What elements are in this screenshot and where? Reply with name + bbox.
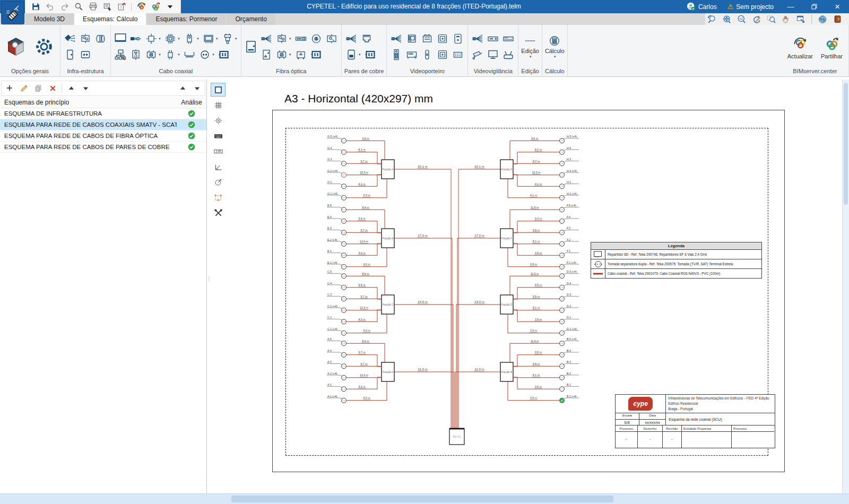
save-button[interactable] [29,1,42,13]
fiber-cabinet-button[interactable] [244,40,258,54]
copper-device-button[interactable]: ▼ [344,48,362,61]
calculation-menu[interactable]: Cálculo▼ [545,26,565,67]
vertical-scrollbar-thumb[interactable] [844,83,848,205]
zoom-extents-button[interactable] [720,14,733,24]
rj45-socket-button[interactable] [360,32,374,45]
intercom-monitor-button[interactable] [405,32,419,45]
restore-button[interactable] [802,0,826,13]
keypad-button[interactable] [451,48,465,61]
tab-esquemas-pormenor[interactable]: Esquemas: Pormenor [147,13,226,25]
coax-headend-button[interactable]: ▼ [202,32,219,45]
print-button[interactable] [86,1,99,13]
scheme-row[interactable]: ESQUEMA PARA REDE DE CABOS DE PARES DE C… [0,142,206,153]
access-reader-button[interactable] [451,32,465,45]
coax-double-socket-button[interactable] [217,48,231,61]
coax-attenuator-button[interactable]: ▼ [221,32,238,45]
cabinet-button[interactable] [63,48,77,61]
close-button[interactable]: × [826,0,849,13]
redo-button[interactable] [58,1,71,13]
zoom-previous-button[interactable] [705,14,718,24]
coax-modulator-button[interactable]: ▼ [144,48,162,61]
panel-up-button[interactable] [177,83,188,94]
fiber-splitter-button[interactable]: ▼ [275,48,292,61]
move-down-button[interactable] [80,83,91,94]
coax-splitter-button[interactable]: ▼ [144,32,162,45]
control-unit-button[interactable] [405,48,419,61]
fiber-distributor-button[interactable] [325,32,339,45]
door-opener-button[interactable] [420,48,434,61]
copper-cable-button[interactable] [344,32,358,45]
delete-button[interactable] [47,83,58,94]
wall-socket-button[interactable] [79,48,92,61]
distribution-module-button[interactable] [436,48,449,61]
app-logo[interactable] [1,1,24,24]
conduit-button[interactable] [94,32,108,45]
keyboard-entry-button[interactable] [211,129,226,143]
coax-frame-button[interactable] [114,31,127,45]
coax-tap-button[interactable]: ▼ [183,32,200,45]
fiber-termination-button[interactable] [294,48,308,61]
scheme-row[interactable]: ESQUEMA PARA REDE DE CABOS COAXIAIS SMAT… [0,119,206,131]
drawing-canvas[interactable]: A3 - Horizontal (420x297) mm 20.1 mFracç… [229,80,843,494]
grid-tool-button[interactable] [211,98,226,112]
scale-tool-button[interactable]: 1.00 [211,144,226,158]
coax-cable-button[interactable] [129,32,143,45]
coax-network-design-button[interactable] [114,48,127,62]
fiber-tray-button[interactable] [294,32,308,45]
panel-splitter[interactable]: ⋮ [206,278,211,280]
horizontal-scrollbar[interactable] [0,493,849,504]
cctv-monitor-button[interactable] [486,48,500,61]
configuration-button[interactable] [31,29,57,65]
fiber-double-socket-button[interactable] [309,48,323,61]
copper-double-socket-button[interactable] [363,48,377,61]
redraw-button[interactable] [750,14,763,24]
coax-lg-amplifier-button[interactable]: LG [129,48,143,61]
coax-round-socket-button[interactable]: ▼ [198,48,215,61]
project-status-chunk[interactable]: ⚠ Sem projecto [722,3,779,11]
copy-button[interactable] [33,83,44,94]
bimserver-link-button[interactable] [149,1,162,13]
angle-tool-button[interactable] [211,160,226,173]
wifi-router-button[interactable] [501,48,515,61]
export-button[interactable] [115,1,128,13]
panel-down-button[interactable] [192,83,202,94]
tab-esquemas-c-lculo[interactable]: Esquemas: Cálculo [74,13,146,25]
toolbar-options-button[interactable] [163,1,176,13]
din-module-button[interactable] [420,32,434,45]
update-button[interactable]: Actualizar [784,34,816,59]
horizontal-scrollbar-thumb[interactable] [231,496,613,502]
frame-tool-button[interactable] [211,83,226,97]
pan-button[interactable] [779,14,792,24]
coax-ground-comb-button[interactable] [183,48,196,61]
bimserver-sync-button[interactable] [135,1,148,13]
general-options-button[interactable] [3,29,29,65]
edit-button[interactable] [19,83,29,94]
scheme-row[interactable]: ESQUEMA DE INFRAESTRUTURA [0,108,206,119]
door-station-button[interactable] [389,48,403,61]
undo-button[interactable] [44,1,56,13]
tools-button[interactable] [211,206,226,220]
tab-modelo-3d[interactable]: Modelo 3D [25,13,73,25]
edition-menu[interactable]: Edição▼ [521,26,539,67]
scheme-row[interactable]: ESQUEMA PARA REDE DE CABOS DE FIBRA ÓPTI… [0,131,206,142]
video-cable-button[interactable] [389,32,403,45]
tab-or-amento[interactable]: Orçamento [227,13,275,25]
junction-box-button[interactable] [79,32,92,45]
user-chunk[interactable]: Carlos [681,2,722,11]
vertical-scrollbar[interactable] [842,80,849,494]
print-drawing-button[interactable] [101,1,114,13]
fiber-cable-button[interactable] [259,32,273,45]
flush-box-button[interactable] [436,32,449,45]
snap-tool-button[interactable] [211,114,226,127]
network-switch-button[interactable] [501,32,515,45]
orbit-tool-button[interactable] [211,175,226,189]
move-up-button[interactable] [66,83,76,94]
cctv-camera-button[interactable] [471,48,484,61]
antenna-systems-button[interactable] [63,32,77,45]
fiber-wall-box-button[interactable] [259,48,273,61]
selection-tool-button[interactable] [211,190,226,204]
coax-amplifier-button[interactable]: ▼ [163,32,181,45]
search-button[interactable] [72,1,85,13]
share-button[interactable]: Partilhar [818,34,846,59]
fiber-splice-box-button[interactable]: ▼ [275,32,292,45]
